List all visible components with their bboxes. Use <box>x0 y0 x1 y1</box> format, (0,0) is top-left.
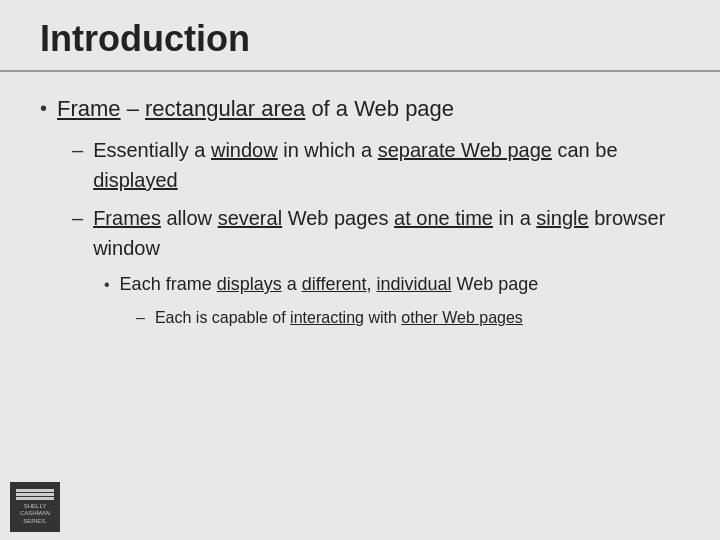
bullet-icon: • <box>104 273 110 297</box>
different-underline: different <box>302 274 367 294</box>
logo-line1 <box>16 489 54 492</box>
slide-content: • Frame – rectangular area of a Web page… <box>0 82 720 540</box>
bullet-l2a-text: Essentially a window in which a separate… <box>93 135 680 195</box>
bullet-l4-text: Each is capable of interacting with othe… <box>155 306 523 330</box>
interacting-underline: interacting <box>290 309 364 326</box>
separate-web-page-underline: separate Web page <box>378 139 552 161</box>
bullet-icon: • <box>40 93 47 123</box>
dash-icon: – <box>136 306 145 330</box>
rectangular-area-underline: rectangular area <box>145 96 305 121</box>
list-item: – Essentially a window in which a separa… <box>72 135 680 195</box>
individual-underline: individual <box>376 274 451 294</box>
list-item: • Each frame displays a different, indiv… <box>104 271 680 298</box>
bullet-l2b-text: Frames allow several Web pages at one ti… <box>93 203 680 263</box>
dash-icon: – <box>72 203 83 233</box>
list-item: • Frame – rectangular area of a Web page <box>40 92 680 125</box>
list-item: – Each is capable of interacting with ot… <box>136 306 680 330</box>
displayed-underline: displayed <box>93 169 178 191</box>
logo-line3 <box>16 497 54 500</box>
dash-icon: – <box>72 135 83 165</box>
several-underline: several <box>218 207 282 229</box>
other-web-pages-underline: other Web pages <box>401 309 523 326</box>
at-one-time-underline: at one time <box>394 207 493 229</box>
slide-title: Introduction <box>40 18 680 60</box>
list-item: – Frames allow several Web pages at one … <box>72 203 680 263</box>
slide-container: Introduction • Frame – rectangular area … <box>0 0 720 540</box>
logo-area: SHELLYCASHMANSERIES. <box>10 482 60 532</box>
slide-header: Introduction <box>0 0 720 72</box>
logo-line2 <box>16 493 54 496</box>
bullet-l3-text: Each frame displays a different, individ… <box>120 271 539 298</box>
frames-underline: Frames <box>93 207 161 229</box>
single-underline: single <box>536 207 588 229</box>
frame-underline: Frame <box>57 96 121 121</box>
logo-text: SHELLYCASHMANSERIES. <box>20 503 50 525</box>
displays-underline: displays <box>217 274 282 294</box>
window-underline: window <box>211 139 278 161</box>
bullet-l1-text: Frame – rectangular area of a Web page <box>57 92 454 125</box>
